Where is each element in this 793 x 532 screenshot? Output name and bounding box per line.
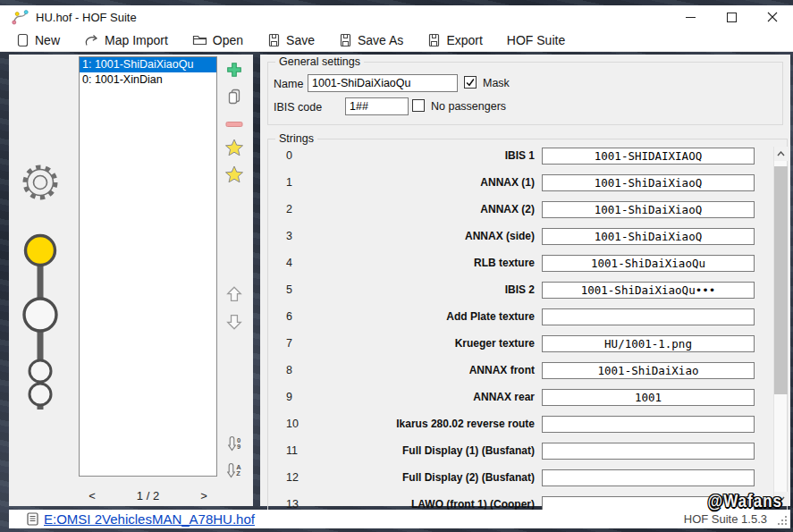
row-value-input[interactable] — [542, 469, 755, 486]
map-import-button[interactable]: Map Import — [84, 33, 168, 47]
add-entry-button[interactable] — [224, 59, 245, 80]
save-icon — [267, 33, 281, 47]
row-value-input[interactable]: 1001-SHIDAIXIAOQ — [542, 148, 755, 165]
scroll-up-button[interactable] — [774, 147, 788, 161]
string-row: 7 Krueger texture HU/1001-1.png — [275, 330, 751, 357]
list-item[interactable]: 1: 1001-ShiDaiXiaoQu — [80, 57, 216, 72]
stop-node-small-2[interactable] — [30, 384, 51, 405]
toolbar: New Map Import Open Save — [0, 29, 793, 52]
name-input[interactable] — [308, 74, 458, 92]
row-label: Ikarus 280.02 reverse route — [313, 418, 535, 430]
row-label: IBIS 1 — [313, 149, 535, 162]
no-passengers-checkbox[interactable] — [412, 99, 425, 112]
row-label: Krueger texture — [313, 337, 535, 350]
ibis-code-input[interactable] — [345, 97, 409, 115]
arrow-up-icon — [225, 284, 243, 304]
app-window: HU.hof - HOF Suite New Map Import — [0, 0, 793, 532]
prev-page-button[interactable]: < — [79, 489, 105, 502]
favorite-1-button[interactable] — [224, 137, 245, 158]
row-value-input[interactable]: 1001-ShiDaiXiao — [542, 362, 755, 379]
row-label: ANNAX rear — [313, 391, 535, 403]
plus-icon — [225, 61, 243, 79]
row-value-input[interactable] — [542, 308, 755, 325]
favorite-2-button[interactable] — [224, 164, 245, 185]
name-label: Name — [274, 78, 303, 90]
row-value-input[interactable]: 1001-ShiDaiXiaoQ — [542, 201, 755, 218]
maximize-icon — [727, 13, 737, 22]
row-label: ANNAX (side) — [313, 230, 535, 242]
row-value-input[interactable]: HU/1001-1.png — [542, 335, 755, 352]
string-row: 2 ANNAX (2) 1001-ShiDaiXiaoQ — [275, 196, 751, 223]
row-label: Full Display (2) (Busfanat) — [313, 471, 535, 484]
new-button[interactable]: New — [16, 33, 60, 47]
string-row: 12 Full Display (2) (Busfanat) — [275, 464, 751, 491]
move-up-button[interactable] — [224, 283, 245, 305]
row-label: ANNAX front — [313, 364, 535, 376]
close-button[interactable] — [752, 5, 793, 29]
list-item[interactable]: 0: 1001-XinDian — [80, 72, 216, 88]
file-icon — [27, 512, 38, 526]
export-button[interactable]: Export — [427, 33, 482, 47]
strings-scrollbar[interactable] — [773, 147, 787, 506]
row-label: ANNAX (1) — [313, 176, 535, 189]
open-button[interactable]: Open — [192, 33, 243, 47]
row-label: IBIS 2 — [313, 283, 535, 296]
close-icon — [767, 12, 778, 22]
save-as-button[interactable]: Save As — [339, 33, 403, 47]
row-index: 2 — [286, 203, 313, 215]
minimize-icon — [686, 13, 696, 22]
row-value-input[interactable]: 1001-ShiDaiXiaoQu — [542, 255, 755, 272]
mask-checkbox[interactable] — [464, 76, 477, 89]
string-row: 6 Add Plate texture — [275, 303, 751, 330]
maximize-button[interactable] — [711, 5, 752, 29]
file-path-link[interactable]: E:OMSI 2VehiclesMAN_A78HU.hof — [44, 511, 255, 527]
row-value-input[interactable]: 1001-ShiDaiXiaoQ — [542, 174, 755, 191]
string-row: 9 ANNAX rear 1001 — [275, 384, 751, 410]
row-index: 5 — [286, 283, 313, 296]
row-label: Full Display (1) (Busfanat) — [313, 444, 535, 457]
string-row: 5 IBIS 2 1001-ShiDaiXiaoQu••• — [275, 276, 751, 303]
row-index: 0 — [286, 149, 313, 162]
row-index: 6 — [286, 310, 313, 323]
minimize-button[interactable] — [670, 5, 711, 29]
copy-icon — [226, 88, 242, 106]
mask-label: Mask — [483, 77, 510, 89]
row-value-input[interactable] — [542, 443, 755, 460]
settings-panel: General settings Name Mask IBIS code No … — [260, 55, 790, 506]
next-page-button[interactable]: > — [190, 489, 217, 502]
string-row: 4 RLB texture 1001-ShiDaiXiaoQu — [275, 249, 751, 276]
remove-entry-button[interactable] — [224, 114, 245, 135]
route-navigator[interactable] — [15, 156, 65, 416]
row-index: 4 — [286, 257, 313, 269]
scrollbar-thumb[interactable] — [774, 166, 788, 394]
row-value-input[interactable]: 1001-ShiDaiXiaoQu••• — [542, 282, 755, 299]
row-index: 13 — [286, 498, 313, 511]
string-row: 0 IBIS 1 1001-SHIDAIXIAOQ — [275, 142, 751, 169]
stop-node-large[interactable] — [24, 299, 56, 331]
row-index: 11 — [286, 444, 313, 457]
entries-list[interactable]: 1: 1001-ShiDaiXiaoQu0: 1001-XinDian — [79, 56, 217, 477]
sort-arrow-icon — [227, 462, 235, 478]
string-row: 1 ANNAX (1) 1001-ShiDaiXiaoQ — [275, 169, 751, 196]
move-down-button[interactable] — [224, 311, 245, 333]
sort-alpha-button[interactable]: A Z — [224, 460, 245, 481]
version-label: HOF Suite 1.5.3 — [684, 512, 767, 526]
row-value-input[interactable]: 1001-ShiDaiXiaoQ — [542, 228, 755, 245]
sort-numeric-button[interactable]: 0 9 — [224, 433, 245, 454]
stop-node-small-1[interactable] — [30, 360, 51, 382]
resize-grip[interactable] — [777, 515, 788, 526]
row-label: LAWO (front 1) (Cooper) — [313, 498, 535, 511]
row-label: Add Plate texture — [313, 310, 535, 323]
duplicate-entry-button[interactable] — [224, 86, 245, 107]
checkmark-icon — [465, 77, 476, 88]
string-row: 11 Full Display (1) (Busfanat) — [275, 437, 751, 464]
row-value-input[interactable] — [542, 416, 755, 433]
stop-node-selected[interactable] — [26, 236, 55, 266]
hof-suite-button[interactable]: HOF Suite — [507, 33, 565, 47]
save-as-icon — [339, 33, 352, 47]
title-bar: HU.hof - HOF Suite — [0, 5, 793, 29]
row-index: 10 — [286, 418, 313, 430]
row-value-input[interactable]: 1001 — [542, 389, 755, 406]
gear-icon[interactable] — [25, 167, 55, 198]
save-button[interactable]: Save — [267, 33, 315, 47]
